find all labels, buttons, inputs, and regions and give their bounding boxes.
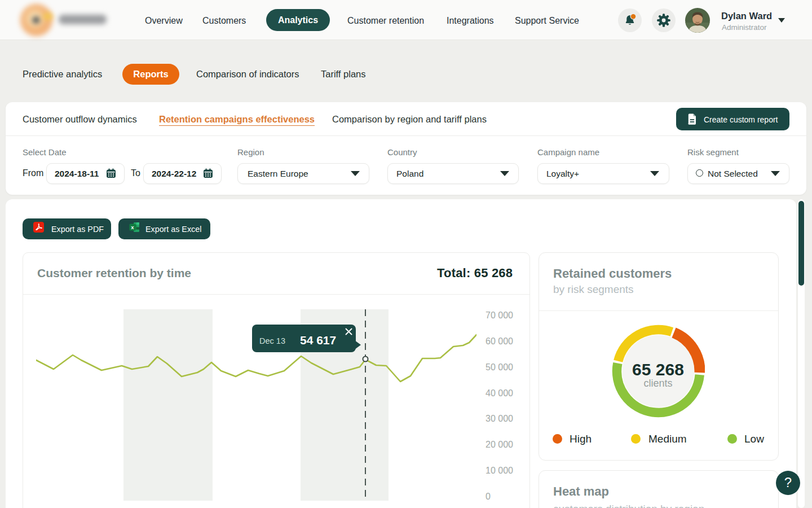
svg-text:x: x <box>131 224 134 230</box>
